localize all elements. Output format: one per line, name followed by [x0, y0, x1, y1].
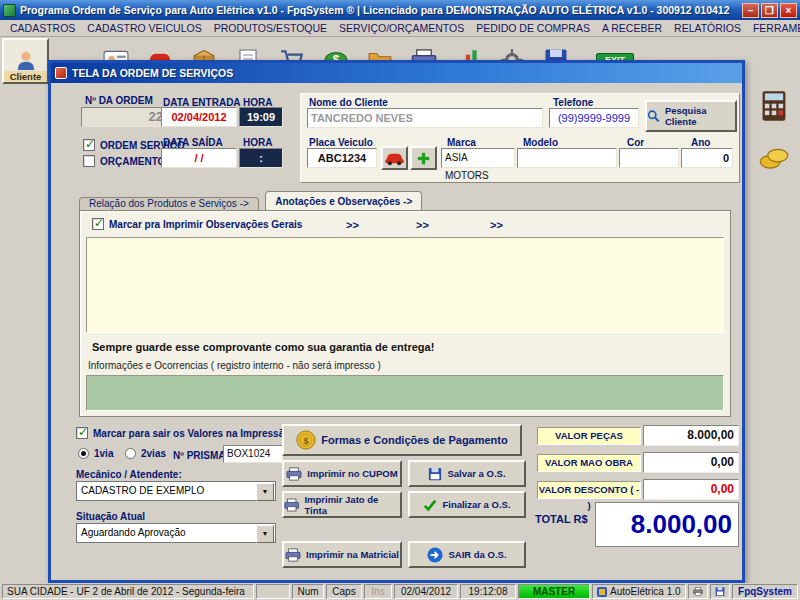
car-red-icon [384, 151, 405, 166]
sair-os-button[interactable]: SAIR da O.S. [408, 541, 526, 568]
observacoes-textarea[interactable] [86, 237, 724, 333]
mecanico-label: Mecânico / Atendente: [76, 469, 182, 480]
status-disk-segment[interactable] [710, 584, 730, 599]
status-spacer [256, 584, 290, 599]
orcamento-checkbox-box[interactable] [83, 155, 95, 167]
placa-veiculo-label: Placa Veiculo [309, 137, 373, 148]
menu-pedido-compras[interactable]: PEDIDO DE COMPRAS [470, 21, 596, 35]
valores-impressao-checkbox-box[interactable] [76, 427, 88, 439]
side-calculadora-button[interactable] [754, 86, 794, 126]
hora-entrada-field[interactable]: 19:09 [239, 107, 283, 127]
exit-arrow-icon [427, 547, 443, 563]
toolbar-cliente-button[interactable]: Cliente [2, 38, 49, 84]
via1-radio[interactable]: 1via [78, 448, 113, 459]
tab-strip: Relação dos Produtos e Serviços -> Anota… [79, 191, 424, 211]
salvar-os-label: Salvar a O.S. [447, 468, 505, 479]
check-icon [423, 498, 437, 512]
calculator-icon [760, 90, 788, 122]
status-date: 02/04/2012 [394, 584, 458, 599]
valor-pecas-label: VALOR PEÇAS [537, 427, 641, 445]
ano-field[interactable]: 0 [681, 148, 733, 168]
app-window: Programa Ordem de Serviço para Auto Elét… [0, 0, 800, 600]
orcamento-checkbox-label: ORÇAMENTO [100, 156, 165, 167]
pesquisa-cliente-label: Pesquisa Cliente [665, 105, 735, 127]
garantia-text: Sempre guarde esse comprovante como sua … [92, 341, 434, 353]
situacao-select[interactable]: Aguardando Aprovação [76, 523, 276, 543]
valores-impressao-checkbox-label: Marcar para sair os Valores na Impressão [93, 428, 290, 439]
dialog-titlebar[interactable]: TELA DA ORDEM DE SERVIÇOS [51, 63, 742, 83]
ano-label: Ano [691, 137, 710, 148]
tab-anotacoes-observacoes[interactable]: Anotações e Observações -> [265, 191, 422, 210]
menu-bar: CADASTROS CADASTRO VEICULOS PRODUTOS/EST… [0, 20, 800, 37]
close-button[interactable]: × [780, 3, 797, 18]
menu-relatorios[interactable]: RELATÓRIOS [668, 21, 747, 35]
arrow-marker-2: >> [416, 219, 429, 231]
minimize-button[interactable]: – [742, 3, 759, 18]
valor-desconto-label: VALOR DESCONTO ( - ) [537, 481, 641, 499]
ordem-servico-checkbox-box[interactable] [83, 139, 95, 151]
os-dialog: TELA DA ORDEM DE SERVIÇOS Nº DA ORDEM 22… [48, 60, 745, 583]
imprimir-observacoes-checkbox-box[interactable] [92, 218, 104, 230]
coin-icon: $ [296, 430, 316, 450]
mecanico-select[interactable]: CADASTRO DE EXEMPLO [76, 481, 276, 501]
person-icon [14, 49, 38, 71]
marca-field[interactable]: ASIA MOTORS [441, 148, 515, 168]
valor-mao-obra-value: 0,00 [643, 452, 739, 473]
status-user: MASTER [518, 584, 590, 599]
imprimir-matricial-label: Imprimir na Matricial [306, 549, 399, 560]
cliente-veiculo-group: Nome do Cliente TANCREDO NEVES Telefone … [300, 93, 740, 183]
via2-radio-circle[interactable] [125, 448, 136, 459]
menu-a-receber[interactable]: A RECEBER [596, 21, 668, 35]
finalizar-os-button[interactable]: Finalizar a O.S. [408, 491, 526, 518]
status-bar: SUA CIDADE - UF 2 de Abril de 2012 - Seg… [0, 583, 800, 600]
imprimir-cupom-button[interactable]: Imprimir no CUPOM [282, 460, 402, 487]
numero-ordem-field: 22 [81, 107, 167, 127]
data-entrada-field[interactable]: 02/04/2012 [161, 107, 237, 127]
prisma-field[interactable]: BOX1024 [223, 445, 283, 463]
imprimir-observacoes-checkbox[interactable]: Marcar pra Imprimir Observações Gerais [92, 218, 302, 230]
buscar-veiculo-button[interactable] [381, 146, 408, 170]
interno-textarea[interactable] [86, 375, 724, 411]
menu-cadastro-veiculos[interactable]: CADASTRO VEICULOS [81, 21, 207, 35]
imprimir-jato-button[interactable]: Imprimir Jato de Tinta [282, 491, 402, 518]
prisma-label: Nº PRISMA [173, 450, 226, 461]
menu-produtos-estoque[interactable]: PRODUTOS/ESTOQUE [208, 21, 333, 35]
maximize-button[interactable]: ❒ [761, 3, 778, 18]
svg-text:$: $ [304, 436, 309, 446]
modelo-field[interactable] [517, 148, 617, 168]
side-dinheiro-button[interactable] [754, 138, 794, 178]
dialog-body: Nº DA ORDEM 22 DATA ENTRADA 02/04/2012 H… [51, 83, 742, 580]
placa-veiculo-field[interactable]: ABC1234 [307, 148, 377, 168]
status-printer-segment[interactable] [688, 584, 708, 599]
valor-desconto-value: 0,00 [643, 479, 739, 500]
pesquisa-cliente-button[interactable]: Pesquisa Cliente [645, 100, 737, 132]
via2-radio[interactable]: 2vias [125, 448, 166, 459]
valores-impressao-checkbox[interactable]: Marcar para sair os Valores na Impressão [76, 427, 290, 439]
status-ins: Ins [364, 584, 392, 599]
sair-os-label: SAIR da O.S. [448, 549, 506, 560]
nome-cliente-field[interactable]: TANCREDO NEVES [307, 108, 543, 128]
formas-pagamento-button[interactable]: $ Formas e Condições de Pagamento [282, 424, 522, 456]
novo-veiculo-button[interactable] [410, 146, 437, 170]
cor-field[interactable] [619, 148, 679, 168]
hora-saida-field[interactable]: : [239, 148, 283, 168]
menu-servico-orcamentos[interactable]: SERVIÇO/ORÇAMENTOS [333, 21, 470, 35]
printer-matricial-icon [285, 548, 301, 562]
window-title: Programa Ordem de Serviço para Auto Elét… [20, 4, 742, 16]
finalizar-os-label: Finalizar a O.S. [442, 499, 510, 510]
orcamento-checkbox[interactable]: ORÇAMENTO [83, 155, 165, 167]
menu-cadastros[interactable]: CADASTROS [4, 21, 81, 35]
menu-ferramentas[interactable]: FERRAMENTAS [747, 21, 800, 35]
app-mini-icon [597, 587, 607, 597]
hora-saida-label: HORA [243, 137, 272, 148]
imprimir-matricial-button[interactable]: Imprimir na Matricial [282, 541, 402, 568]
status-app: AutoElétrica 1.0 [592, 584, 686, 599]
telefone-field[interactable]: (99)9999-9999 [549, 108, 639, 128]
status-location: SUA CIDADE - UF 2 de Abril de 2012 - Seg… [2, 584, 254, 599]
dialog-icon [55, 67, 67, 79]
salvar-os-button[interactable]: Salvar a O.S. [408, 460, 526, 487]
data-saida-field[interactable]: / / [161, 148, 237, 168]
marca-label: Marca [447, 137, 476, 148]
via1-radio-circle[interactable] [78, 448, 89, 459]
status-printer-icon [693, 586, 703, 597]
